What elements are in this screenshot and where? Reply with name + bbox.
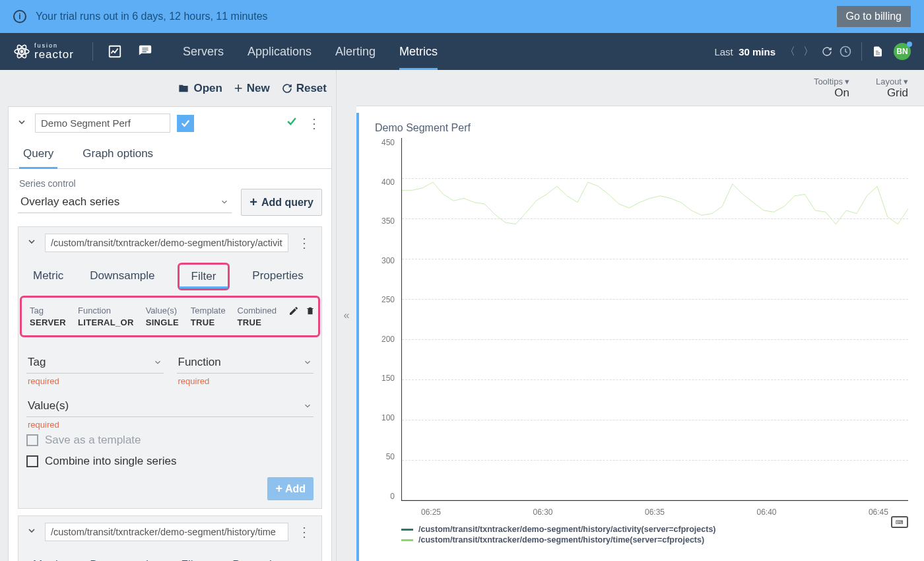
history-icon[interactable] bbox=[836, 42, 855, 61]
qb2-tab-filter[interactable]: Filter bbox=[178, 552, 211, 561]
function-select[interactable]: Function bbox=[177, 352, 314, 374]
brand-logo[interactable]: fusion reactor bbox=[13, 43, 74, 60]
nav-servers[interactable]: Servers bbox=[171, 33, 236, 70]
time-next-icon[interactable]: 〉 bbox=[799, 42, 818, 61]
qb2-tab-properties[interactable]: Properties bbox=[228, 552, 287, 561]
brand-text: fusion reactor bbox=[34, 43, 74, 60]
tab-graph-options[interactable]: Graph options bbox=[79, 139, 157, 168]
reset-button[interactable]: Reset bbox=[282, 82, 327, 95]
trial-message: Your trial runs out in 6 days, 12 hours,… bbox=[36, 11, 268, 22]
query-block-2: ⋮ Metric Downsample Filter Properties bbox=[18, 515, 322, 561]
nav-applications[interactable]: Applications bbox=[236, 33, 323, 70]
right-panel: Tooltips ▾ On Layout ▾ Grid Demo Segment… bbox=[356, 70, 924, 561]
tag-select[interactable]: Tag bbox=[26, 352, 164, 374]
delete-filter-icon[interactable] bbox=[306, 306, 315, 319]
values-select[interactable]: Value(s) bbox=[26, 395, 314, 417]
time-prev-icon[interactable]: 〈 bbox=[781, 42, 799, 61]
legend-item[interactable]: /custom/transit/txntracker/demo-segment/… bbox=[401, 525, 908, 534]
top-nav: fusion reactor Servers Applications Aler… bbox=[0, 33, 924, 70]
info-icon: i bbox=[13, 10, 26, 23]
qb1-tab-downsample[interactable]: Downsample bbox=[86, 263, 158, 290]
tooltips-toggle[interactable]: Tooltips ▾ On bbox=[814, 77, 849, 100]
chart-title: Demo Segment Perf bbox=[375, 122, 908, 134]
valid-icon bbox=[285, 115, 298, 131]
qb2-tab-downsample[interactable]: Downsample bbox=[86, 552, 158, 561]
time-range[interactable]: Last 30 mins bbox=[714, 46, 776, 57]
query-title-input[interactable] bbox=[35, 114, 170, 133]
qb2-path-input[interactable] bbox=[45, 523, 288, 541]
qb1-tab-properties[interactable]: Properties bbox=[248, 263, 307, 290]
left-panel: Open +New Reset ⋮ Query Graph options bbox=[0, 70, 337, 561]
billing-button[interactable]: Go to billing bbox=[837, 6, 911, 27]
svg-rect-4 bbox=[110, 46, 121, 57]
refresh-icon[interactable] bbox=[818, 42, 836, 61]
chart-icon[interactable] bbox=[105, 42, 125, 61]
nav-alerting[interactable]: Alerting bbox=[323, 33, 387, 70]
comment-icon[interactable] bbox=[135, 42, 155, 61]
layout-toggle[interactable]: Layout ▾ Grid bbox=[876, 77, 908, 100]
add-query-button[interactable]: +Add query bbox=[241, 189, 322, 216]
left-toolbar: Open +New Reset bbox=[0, 70, 336, 106]
card-menu-icon[interactable]: ⋮ bbox=[305, 120, 323, 127]
enabled-checkbox[interactable] bbox=[177, 115, 194, 132]
new-button[interactable]: +New bbox=[234, 80, 270, 97]
combine-checkbox[interactable] bbox=[26, 455, 38, 467]
legend-item[interactable]: /custom/transit/txntracker/demo-segment/… bbox=[401, 535, 908, 544]
qb1-path-input[interactable] bbox=[45, 234, 288, 252]
qb2-collapse-icon[interactable] bbox=[26, 525, 38, 539]
open-button[interactable]: Open bbox=[178, 82, 222, 95]
tab-query[interactable]: Query bbox=[19, 139, 57, 168]
chart: Demo Segment Perf 4504003503002502001501… bbox=[356, 113, 924, 561]
series-control-label: Series control bbox=[18, 178, 322, 189]
avatar[interactable]: BN bbox=[894, 43, 911, 60]
add-filter-button[interactable]: +Add bbox=[267, 477, 314, 500]
trial-banner: i Your trial runs out in 6 days, 12 hour… bbox=[0, 0, 924, 33]
series-control-select[interactable]: Overlay each series bbox=[18, 191, 232, 213]
collapse-icon[interactable] bbox=[16, 117, 28, 130]
qb1-tab-filter[interactable]: Filter bbox=[178, 263, 230, 290]
qb2-tab-metric[interactable]: Metric bbox=[29, 552, 67, 561]
qb2-menu-icon[interactable]: ⋮ bbox=[295, 529, 314, 535]
keyboard-icon[interactable]: ⌨ bbox=[891, 516, 908, 528]
qb1-tab-metric[interactable]: Metric bbox=[29, 263, 67, 290]
qb1-menu-icon[interactable]: ⋮ bbox=[295, 240, 314, 246]
document-icon[interactable] bbox=[869, 42, 887, 61]
save-template-checkbox[interactable] bbox=[26, 434, 38, 446]
query-block-1: ⋮ Metric Downsample Filter Properties Ta… bbox=[18, 226, 322, 509]
panel-collapse-handle[interactable]: « bbox=[337, 70, 356, 561]
filter-summary-row: TagSERVER FunctionLITERAL_OR Value(s)SIN… bbox=[20, 296, 320, 337]
svg-point-3 bbox=[20, 50, 22, 52]
qb1-collapse-icon[interactable] bbox=[26, 236, 38, 249]
nav-metrics[interactable]: Metrics bbox=[387, 33, 449, 70]
edit-filter-icon[interactable] bbox=[288, 306, 299, 319]
query-card: ⋮ Query Graph options Series control Ove… bbox=[8, 106, 332, 561]
